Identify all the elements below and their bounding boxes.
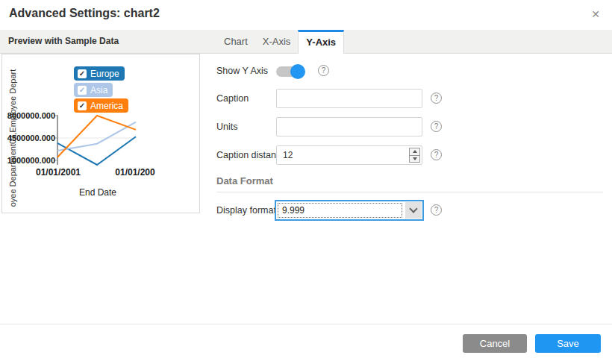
help-icon[interactable]: ? [431, 149, 442, 160]
caption-input[interactable] [276, 89, 422, 108]
x-tick-label: 01/01/200 [105, 167, 165, 178]
units-input[interactable] [276, 117, 422, 136]
help-icon[interactable]: ? [318, 65, 329, 76]
y-tick-label: 8000000.000 [2, 110, 55, 121]
tab-bar: Chart X-Axis Y-Axis [216, 30, 344, 54]
caption-distance-input[interactable] [276, 145, 422, 165]
tab-y-axis[interactable]: Y-Axis [298, 30, 344, 54]
checkbox-icon[interactable]: ✓ [78, 69, 87, 78]
legend-item-europe[interactable]: ✓ Europe [74, 66, 125, 81]
preview-header: Preview with Sample Data [8, 30, 119, 53]
legend-item-america[interactable]: ✓ America [74, 98, 128, 113]
display-format-value: 9.999 [282, 201, 305, 219]
x-tick-label: 01/01/2001 [28, 167, 88, 178]
legend-label: America [90, 101, 123, 111]
legend-label: Europe [90, 69, 119, 79]
spinner-up-button[interactable] [410, 148, 419, 156]
y-tick-label: 4500000.000 [2, 133, 55, 143]
chevron-down-icon [409, 204, 417, 213]
show-y-axis-label: Show Y Axis [216, 66, 268, 76]
help-icon[interactable]: ? [431, 121, 442, 132]
spinner-down-button[interactable] [410, 156, 419, 163]
cancel-button[interactable]: Cancel [463, 334, 527, 353]
series-line-europe [57, 136, 136, 165]
dialog-titlebar: Advanced Settings: chart2 ✕ [0, 0, 612, 30]
display-format-select[interactable]: 9.999 [275, 200, 424, 221]
show-y-axis-toggle[interactable] [276, 64, 305, 79]
header-strip: Preview with Sample Data Chart X-Axis Y-… [0, 30, 612, 54]
caption-distance-field [276, 145, 422, 165]
section-divider [216, 192, 603, 192]
caption-distance-spinner [409, 148, 420, 163]
legend-item-asia[interactable]: ✓ Asia [74, 83, 113, 97]
data-format-heading: Data Format [216, 175, 273, 186]
caption-label: Caption [216, 93, 249, 104]
spinner-up-icon [413, 150, 417, 153]
series-line-asia [57, 122, 136, 151]
units-label: Units [216, 122, 237, 132]
x-axis-title: End Date [53, 187, 143, 198]
tab-chart[interactable]: Chart [216, 30, 255, 54]
display-format-dropdown-button[interactable] [405, 202, 422, 219]
close-icon[interactable]: ✕ [589, 7, 602, 21]
checkbox-icon[interactable]: ✓ [78, 86, 87, 95]
save-button[interactable]: Save [535, 334, 601, 353]
legend-label: Asia [90, 85, 107, 95]
help-icon[interactable]: ? [431, 92, 442, 104]
checkbox-icon[interactable]: ✓ [78, 101, 87, 110]
toggle-thumb [290, 64, 305, 79]
spinner-down-icon [413, 157, 417, 160]
dialog-title: Advanced Settings: chart2 [9, 7, 160, 20]
tab-x-axis[interactable]: X-Axis [255, 30, 299, 54]
display-format-label: Display format [216, 205, 276, 216]
footer-divider [0, 324, 612, 324]
y-tick-label: 1000000.000 [2, 155, 55, 166]
preview-box: oyee Department01,Employee Depart 800000… [1, 54, 200, 213]
series-line-america [57, 116, 136, 157]
help-icon[interactable]: ? [431, 204, 442, 216]
